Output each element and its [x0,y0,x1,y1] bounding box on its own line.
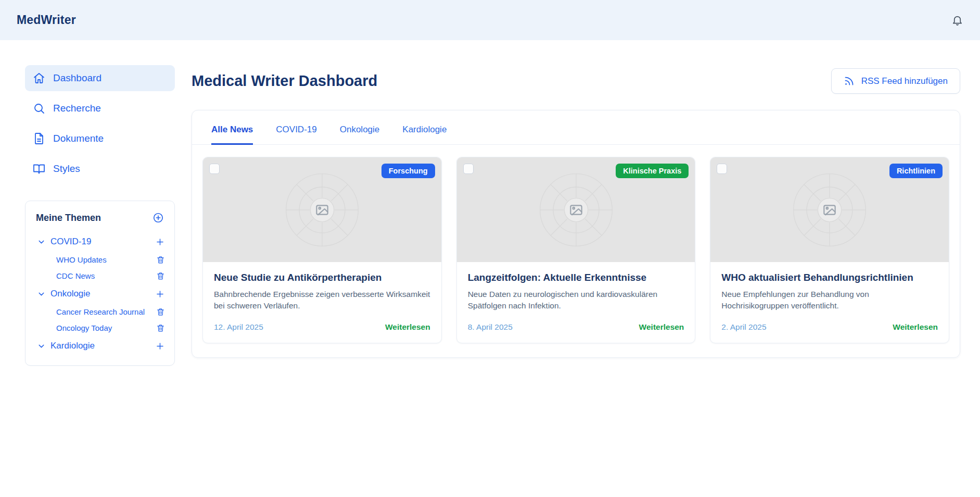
plus-icon [155,289,165,299]
image-placeholder-icon [534,168,618,252]
news-title[interactable]: WHO aktualisiert Behandlungsrichtlinien [721,272,938,283]
add-topic-button[interactable] [152,212,164,223]
news-card-footer: 12. April 2025 Weiterlesen [214,312,430,332]
topic-group-label: Onkologie [50,289,91,299]
delete-feed-button[interactable] [156,324,165,332]
document-icon [33,132,45,145]
main-content: Medical Writer Dashboard RSS Feed hinzuf… [192,65,960,366]
sidebar-nav: Dashboard Recherche Dokumente [25,65,175,182]
topic-feed-row: Oncology Today [36,320,166,336]
news-select-checkbox[interactable] [717,164,727,174]
trash-icon [156,255,165,264]
topbar: MedWriter [0,0,980,40]
sidebar-item-label: Dokumente [53,133,104,144]
add-feed-button[interactable] [155,237,165,247]
sidebar-item-label: Dashboard [53,72,101,84]
tab-kardiologie[interactable]: Kardiologie [402,125,447,144]
news-card-body: WHO aktualisiert Behandlungsrichtlinien … [710,262,949,343]
news-select-checkbox[interactable] [463,164,474,174]
news-panel: Alle News COVID-19 Onkologie Kardiologie [192,110,960,358]
home-icon [33,72,45,84]
chevron-down-icon [37,342,46,351]
delete-feed-button[interactable] [156,271,165,280]
trash-icon [156,307,165,316]
read-more-link[interactable]: Weiterlesen [893,322,938,332]
topics-panel-header: Meine Themen [36,212,166,223]
notifications-button[interactable] [951,14,963,26]
news-date: 8. April 2025 [468,322,513,332]
topic-feed-row: Cancer Research Journal [36,304,166,320]
plus-circle-icon [152,212,164,223]
topic-feed-link[interactable]: WHO Updates [56,255,107,264]
plus-icon [155,237,165,247]
add-feed-button[interactable] [155,341,165,351]
page-title: Medical Writer Dashboard [192,72,377,90]
news-card-body: Neue Studie zu Antikörpertherapien Bahnb… [203,262,441,343]
sidebar: Dashboard Recherche Dokumente [25,65,175,366]
news-date: 12. April 2025 [214,322,263,332]
news-select-checkbox[interactable] [209,164,220,174]
news-card-footer: 8. April 2025 Weiterlesen [468,312,684,332]
topic-feed-row: CDC News [36,268,166,284]
news-card-body: Langzeitfolgen: Aktuelle Erkenntnisse Ne… [457,262,695,343]
add-feed-button[interactable] [155,289,165,299]
category-badge: Forschung [381,164,435,178]
news-description: Bahnbrechende Ergebnisse zeigen verbesse… [214,289,430,312]
topics-panel-title: Meine Themen [36,213,101,223]
rss-icon [844,76,855,86]
add-rss-feed-label: RSS Feed hinzufügen [861,76,948,86]
news-card-list: Forschung Neue Studie zu Antikörperthera… [192,145,960,343]
read-more-link[interactable]: Weiterlesen [639,322,684,332]
sidebar-item-label: Recherche [53,103,101,114]
topics-panel: Meine Themen COVID-19 [25,201,175,366]
category-badge: Richtlinien [889,164,943,178]
topic-group-onkologie[interactable]: Onkologie [36,284,166,304]
topic-feed-link[interactable]: CDC News [56,271,95,280]
bell-icon [951,14,963,26]
read-more-link[interactable]: Weiterlesen [385,322,430,332]
delete-feed-button[interactable] [156,255,165,264]
main-header: Medical Writer Dashboard RSS Feed hinzuf… [192,68,960,94]
topic-feed-link[interactable]: Cancer Research Journal [56,307,145,316]
news-description: Neue Empfehlungen zur Behandlung von Hoc… [721,289,938,312]
app-logo: MedWriter [17,13,76,27]
news-card-image: Forschung [203,157,441,262]
book-icon [33,163,45,175]
topic-feed-row: WHO Updates [36,252,166,268]
trash-icon [156,271,165,280]
news-description: Neue Daten zu neurologischen und kardiov… [468,289,684,312]
news-title[interactable]: Neue Studie zu Antikörpertherapien [214,272,430,283]
topic-group-kardiologie[interactable]: Kardiologie [36,336,166,356]
category-badge: Klinische Praxis [616,164,689,178]
search-icon [33,102,45,115]
plus-icon [155,341,165,351]
news-card: Klinische Praxis Langzeitfolgen: Aktuell… [456,157,696,343]
tab-covid19[interactable]: COVID-19 [276,125,316,144]
tab-alle-news[interactable]: Alle News [211,125,253,145]
news-card: Forschung Neue Studie zu Antikörperthera… [202,157,442,343]
sidebar-item-dashboard[interactable]: Dashboard [25,65,175,91]
news-date: 2. April 2025 [721,322,766,332]
image-placeholder-icon [281,168,364,252]
sidebar-item-label: Styles [53,163,80,175]
news-card-image: Richtlinien [710,157,949,262]
news-tabs: Alle News COVID-19 Onkologie Kardiologie [192,110,960,145]
news-title[interactable]: Langzeitfolgen: Aktuelle Erkenntnisse [468,272,684,283]
chevron-down-icon [37,238,46,246]
sidebar-item-recherche[interactable]: Recherche [25,95,175,121]
news-card-image: Klinische Praxis [457,157,695,262]
news-card: Richtlinien WHO aktualisiert Behandlungs… [710,157,949,343]
add-rss-feed-button[interactable]: RSS Feed hinzufügen [831,68,960,94]
sidebar-item-dokumente[interactable]: Dokumente [25,126,175,152]
trash-icon [156,324,165,332]
delete-feed-button[interactable] [156,307,165,316]
topic-group-covid19[interactable]: COVID-19 [36,232,166,252]
news-card-footer: 2. April 2025 Weiterlesen [721,312,938,332]
image-placeholder-icon [788,168,871,252]
tab-onkologie[interactable]: Onkologie [340,125,380,144]
page-body: Dashboard Recherche Dokumente [0,40,980,366]
topic-feed-link[interactable]: Oncology Today [56,324,112,332]
chevron-down-icon [37,290,46,299]
topic-group-label: COVID-19 [50,237,91,247]
sidebar-item-styles[interactable]: Styles [25,156,175,182]
